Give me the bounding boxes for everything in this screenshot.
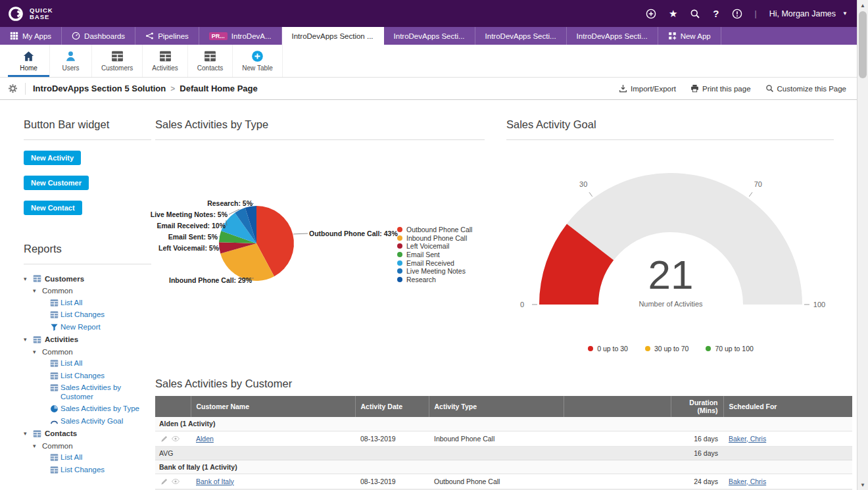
pie-callout-line	[293, 233, 308, 234]
user-menu-caret-icon[interactable]: ▼	[842, 11, 848, 16]
tab-introdevapps-pr[interactable]: PR...IntroDevA...	[199, 27, 282, 45]
quickbase-logo[interactable]: QUICK BASE	[8, 5, 53, 22]
breadcrumb-app-name[interactable]: IntroDevApps Section 5 Solution	[33, 84, 166, 93]
gauge-legend-item[interactable]: 70 up to 100	[706, 345, 753, 353]
caret-down-icon[interactable]: ▾	[33, 349, 39, 355]
tree-table-activities[interactable]: ▾ Activities	[24, 333, 151, 346]
print-page-button[interactable]: Print this page	[690, 84, 751, 93]
new-customer-button[interactable]: New Customer	[24, 176, 89, 190]
help-icon[interactable]: ?	[713, 9, 719, 19]
tree-group-common[interactable]: ▾ Common	[24, 285, 151, 297]
new-contact-button[interactable]: New Contact	[24, 201, 82, 215]
customer-link[interactable]: Alden	[196, 435, 214, 443]
customer-link[interactable]: Bank of Italy	[196, 478, 234, 485]
table-item-users[interactable]: Users	[50, 45, 92, 77]
scroll-down-button[interactable]: ▼	[857, 479, 868, 490]
gauge-legend-item[interactable]: 30 up to 70	[645, 345, 689, 353]
pie-legend-item[interactable]: Email Sent	[397, 251, 472, 259]
pie-legend-item[interactable]: Left Voicemail	[397, 242, 472, 251]
report-link-list-changes[interactable]: List Changes	[24, 309, 151, 322]
caret-down-icon[interactable]: ▾	[33, 287, 39, 294]
tab-new-app[interactable]: New App	[658, 27, 721, 45]
scheduled-for-link[interactable]: Baker, Chris	[729, 435, 766, 443]
caret-down-icon[interactable]: ▾	[33, 443, 39, 449]
report-link-list-all[interactable]: List All	[24, 297, 151, 309]
table-item-contacts[interactable]: Contacts	[188, 45, 233, 77]
col-duration[interactable]: Duration (Mins)	[671, 396, 723, 417]
activity-type-cell: Outbound Phone Call	[429, 474, 564, 489]
pie-legend-item[interactable]: Email Received	[397, 258, 472, 267]
pie-legend-item[interactable]: Research	[397, 276, 472, 284]
gauge-tick-label: 70	[754, 180, 762, 188]
table-title: Sales Activities by Customer	[155, 378, 852, 390]
tab-my-apps[interactable]: My Apps	[0, 27, 62, 45]
user-greeting[interactable]: Hi, Morgan James	[769, 9, 836, 18]
new-activity-button[interactable]: New Activity	[24, 151, 81, 165]
table-item-home[interactable]: Home	[8, 45, 50, 77]
settings-gear-icon[interactable]	[8, 84, 18, 93]
alert-icon[interactable]	[732, 9, 742, 19]
report-link-sales-activity-goal[interactable]: Sales Activity Goal	[24, 415, 151, 428]
report-link-list-all[interactable]: List All	[24, 452, 151, 464]
caret-down-icon[interactable]: ▾	[24, 336, 30, 343]
report-link-list-all[interactable]: List All	[24, 358, 151, 370]
new-app-icon	[668, 32, 677, 40]
printer-icon	[690, 84, 699, 93]
view-record-icon[interactable]	[172, 435, 180, 443]
tree-table-contacts[interactable]: ▾ Contacts	[24, 428, 151, 440]
tree-group-common[interactable]: ▾ Common	[24, 440, 151, 452]
search-icon[interactable]	[690, 9, 700, 19]
gauge-chart-icon	[50, 417, 59, 426]
col-customer-name[interactable]: Customer Name	[191, 396, 355, 417]
view-record-icon[interactable]	[172, 478, 180, 485]
edit-record-icon[interactable]	[160, 478, 168, 485]
pie-legend-item[interactable]: Live Meeting Notes	[397, 267, 472, 276]
table-item-new-table[interactable]: New Table	[233, 45, 283, 77]
report-link-sales-activities-by-customer[interactable]: Sales Activities by Customer	[24, 382, 151, 403]
tree-table-customers[interactable]: ▾ Customers	[24, 272, 151, 285]
favorites-star-icon[interactable]: ★	[669, 9, 677, 19]
col-activity-type[interactable]: Activity Type	[429, 396, 564, 417]
edit-record-icon[interactable]	[160, 435, 168, 443]
scrollbar-thumb[interactable]	[859, 11, 867, 78]
report-link-sales-activities-by-type[interactable]: Sales Activities by Type	[24, 403, 151, 416]
import-export-button[interactable]: Import/Export	[619, 84, 676, 93]
report-link-new-report[interactable]: New Report	[24, 321, 151, 333]
tab-introdevapps-active[interactable]: IntroDevApps Section ...	[282, 27, 384, 45]
table-strip: Home Users Customers Activities Contacts…	[0, 45, 857, 78]
pipelines-icon	[145, 32, 154, 40]
pie-legend-item[interactable]: Outbound Phone Call	[397, 226, 472, 234]
tab-introdevapps-2[interactable]: IntroDevApps Secti...	[384, 27, 475, 45]
tab-dashboards[interactable]: Dashboards	[62, 27, 135, 45]
scroll-up-button[interactable]: ▲	[857, 0, 868, 11]
tab-introdevapps-4[interactable]: IntroDevApps Secti...	[567, 27, 658, 45]
customize-page-button[interactable]: Customize this Page	[765, 84, 846, 93]
legend-dot-icon	[706, 346, 711, 351]
report-link-list-changes[interactable]: List Changes	[24, 464, 151, 476]
table-item-activities[interactable]: Activities	[143, 45, 187, 77]
gauge-legend-item[interactable]: 0 up to 30	[588, 345, 628, 353]
pie-legend-item[interactable]: Inbound Phone Call	[397, 234, 472, 243]
legend-dot-icon	[397, 268, 402, 274]
add-icon[interactable]	[646, 9, 656, 19]
legend-dot-icon	[397, 227, 402, 232]
tab-introdevapps-3[interactable]: IntroDevApps Secti...	[475, 27, 567, 45]
tab-pipelines[interactable]: Pipelines	[135, 27, 199, 45]
tree-group-common[interactable]: ▾ Common	[24, 346, 151, 358]
caret-down-icon[interactable]: ▾	[24, 276, 30, 282]
scheduled-for-link[interactable]: Baker, Chris	[729, 478, 766, 485]
report-link-list-changes[interactable]: List Changes	[24, 370, 151, 382]
col-activity-date[interactable]: Activity Date	[355, 396, 429, 417]
left-sidebar: Button Bar widget New Activity New Custo…	[24, 118, 151, 476]
group-row-bank-of-italy: Bank of Italy (1 Activity)	[155, 460, 852, 474]
duration-cell: 24 days	[671, 474, 723, 489]
caret-down-icon[interactable]: ▾	[24, 430, 30, 437]
vertical-scrollbar[interactable]: ▲ ▼	[857, 0, 868, 490]
pie-data-label: Inbound Phone Call: 29%	[169, 276, 252, 284]
reports-tree: ▾ Customers ▾ Common List All List Chang…	[24, 272, 151, 476]
table-item-customers[interactable]: Customers	[92, 45, 143, 77]
table-header-row: Customer Name Activity Date Activity Typ…	[155, 396, 852, 417]
pie-chart-panel: Sales Activities by Type Outbound Phone …	[155, 118, 485, 379]
activity-type-cell: Inbound Phone Call	[429, 431, 564, 446]
col-scheduled-for[interactable]: Scheduled For	[723, 396, 852, 417]
